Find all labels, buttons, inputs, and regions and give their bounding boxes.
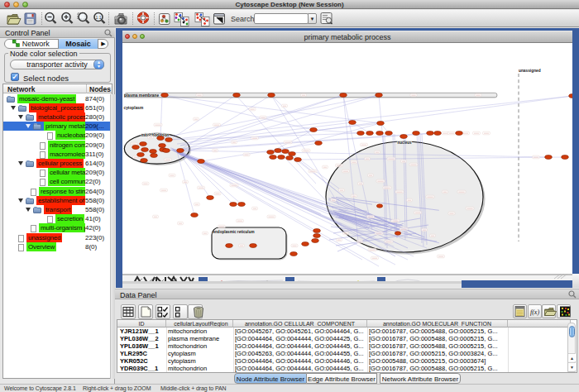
svg-text:f(x): f(x): [530, 308, 539, 316]
svg-text:plasma membrane: plasma membrane: [124, 93, 159, 98]
svg-text:nucleus: nucleus: [397, 141, 412, 145]
svg-text:unassigned: unassigned: [519, 69, 541, 73]
svg-text:1:1: 1:1: [96, 15, 102, 20]
svg-text:mitochondrion: mitochondrion: [141, 133, 170, 137]
svg-text:cytoplasm: cytoplasm: [124, 106, 144, 110]
svg-text:endoplasmic reticulum: endoplasmic reticulum: [213, 230, 255, 234]
